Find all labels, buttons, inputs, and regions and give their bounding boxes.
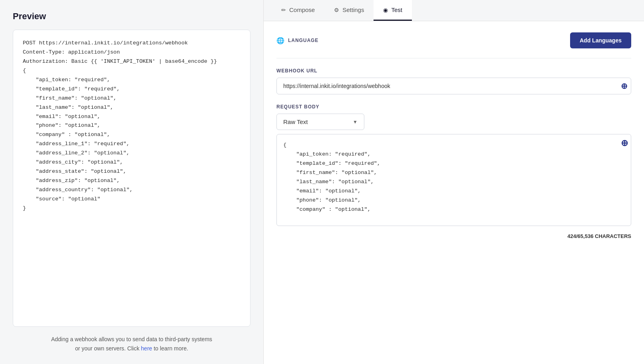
request-body-label: REQUEST BODY	[276, 104, 631, 110]
divider-1	[276, 58, 631, 58]
test-icon: ◉	[383, 7, 388, 13]
request-body-textarea[interactable]: { "api_token: "required", "template_id":…	[276, 134, 631, 226]
language-section: 🌐 LANGUAGE Add Languages	[276, 32, 631, 48]
settings-icon: ⚙	[334, 7, 339, 13]
textarea-wrapper: { "api_token: "required", "template_id":…	[276, 134, 631, 228]
plus-circle-icon-textarea: ⊕	[621, 138, 628, 148]
request-body-section: REQUEST BODY Raw Text ▼ { "api_token: "r…	[276, 104, 631, 239]
request-body-dropdown[interactable]: Raw Text ▼	[276, 114, 364, 130]
webhook-url-wrapper: ⊕	[276, 78, 631, 94]
language-label: 🌐 LANGUAGE	[276, 37, 318, 44]
right-panel: ✏ Compose ⚙ Settings ◉ Test 🌐 LANGUAGE A…	[264, 0, 644, 364]
code-preview: POST https://internal.inkit.io/integrati…	[13, 30, 250, 327]
compose-icon: ✏	[281, 7, 286, 13]
info-text: Adding a webhook allows you to send data…	[13, 335, 250, 353]
dropdown-selected-value: Raw Text	[283, 118, 308, 125]
plus-circle-icon: ⊕	[621, 81, 628, 91]
webhook-url-plus-button[interactable]: ⊕	[617, 78, 631, 94]
webhook-url-label: WEBHOOK URL	[276, 68, 631, 74]
chevron-down-icon: ▼	[353, 119, 358, 125]
left-panel: Preview POST https://internal.inkit.io/i…	[0, 0, 264, 364]
webhook-url-section: WEBHOOK URL ⊕	[276, 68, 631, 94]
dropdown-wrapper: Raw Text ▼	[276, 114, 631, 130]
tab-compose[interactable]: ✏ Compose	[272, 0, 324, 21]
preview-title: Preview	[13, 11, 250, 22]
learn-more-link[interactable]: here	[141, 345, 152, 352]
textarea-plus-button[interactable]: ⊕	[621, 138, 628, 148]
content-area: 🌐 LANGUAGE Add Languages WEBHOOK URL ⊕ R…	[264, 21, 644, 364]
tab-settings[interactable]: ⚙ Settings	[324, 0, 374, 21]
webhook-url-input[interactable]	[276, 78, 631, 94]
add-languages-button[interactable]: Add Languages	[570, 32, 631, 48]
globe-icon: 🌐	[276, 37, 285, 44]
tab-bar: ✏ Compose ⚙ Settings ◉ Test	[264, 0, 644, 21]
tab-test[interactable]: ◉ Test	[374, 0, 412, 21]
character-count: 424/65,536 CHARACTERS	[276, 233, 631, 239]
